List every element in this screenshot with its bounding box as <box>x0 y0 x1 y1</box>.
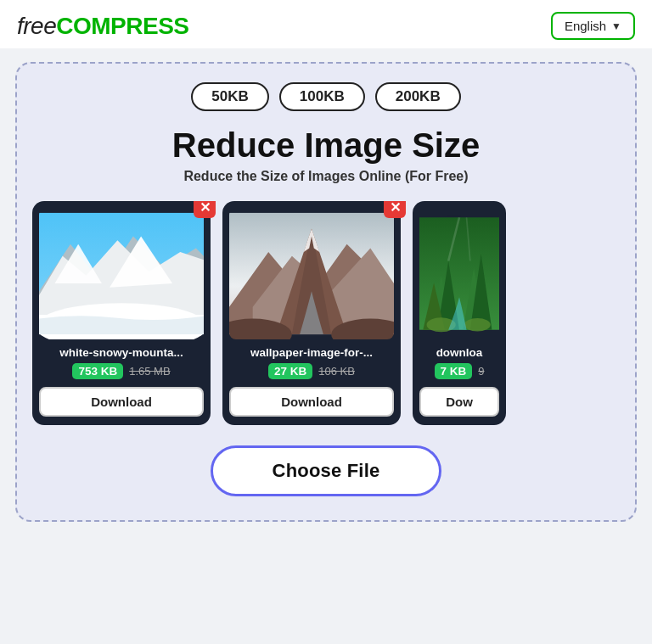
logo-free: free <box>17 13 56 39</box>
image-card-1: ✕ <box>32 201 211 425</box>
size-pills: 50KB 100KB 200KB <box>191 82 460 111</box>
card-sizes-1: 753 KB 1.65 MB <box>72 363 170 379</box>
download-button-3[interactable]: Dow <box>419 387 499 417</box>
download-button-2[interactable]: Download <box>229 387 394 417</box>
card-filename-2: wallpaper-image-for-... <box>229 346 394 359</box>
card-filename-3: downloa <box>419 346 499 359</box>
image-preview-3 <box>419 208 499 339</box>
image-preview-2 <box>229 208 394 339</box>
size-old-3: 9 <box>478 365 484 378</box>
close-button-1[interactable]: ✕ <box>194 201 216 218</box>
page-title: Reduce Image Size <box>172 126 480 164</box>
download-button-1[interactable]: Download <box>39 387 204 417</box>
size-old-2: 106 KB <box>318 365 355 378</box>
image-card-3: downloa 7 KB 9 Dow <box>413 201 506 425</box>
pill-100kb[interactable]: 100KB <box>279 82 365 111</box>
page-subtitle: Reduce the Size of Images Online (For Fr… <box>183 169 468 184</box>
size-old-1: 1.65 MB <box>129 365 170 378</box>
language-label: English <box>565 19 606 33</box>
size-new-2: 27 KB <box>268 363 312 379</box>
close-button-2[interactable]: ✕ <box>384 201 406 218</box>
chevron-down-icon: ▼ <box>611 20 621 32</box>
image-preview-1 <box>39 208 204 339</box>
cards-row: ✕ <box>32 201 620 425</box>
header: freeCOMPRESS English ▼ <box>0 0 652 48</box>
logo-compress: COMPRESS <box>56 13 188 39</box>
image-card-2: ✕ <box>222 201 401 425</box>
card-sizes-2: 27 KB 106 KB <box>268 363 355 379</box>
language-selector[interactable]: English ▼ <box>551 12 635 40</box>
pill-200kb[interactable]: 200KB <box>375 82 461 111</box>
card-sizes-3: 7 KB 9 <box>435 363 485 379</box>
size-new-3: 7 KB <box>435 363 473 379</box>
choose-file-button[interactable]: Choose File <box>211 445 442 496</box>
pill-50kb[interactable]: 50KB <box>191 82 268 111</box>
svg-point-22 <box>464 318 491 331</box>
logo: freeCOMPRESS <box>17 13 189 40</box>
card-filename-1: white-snowy-mounta... <box>39 346 204 359</box>
dashed-box: 50KB 100KB 200KB Reduce Image Size Reduc… <box>15 62 637 522</box>
main-container: 50KB 100KB 200KB Reduce Image Size Reduc… <box>0 48 652 539</box>
size-new-1: 753 KB <box>72 363 123 379</box>
